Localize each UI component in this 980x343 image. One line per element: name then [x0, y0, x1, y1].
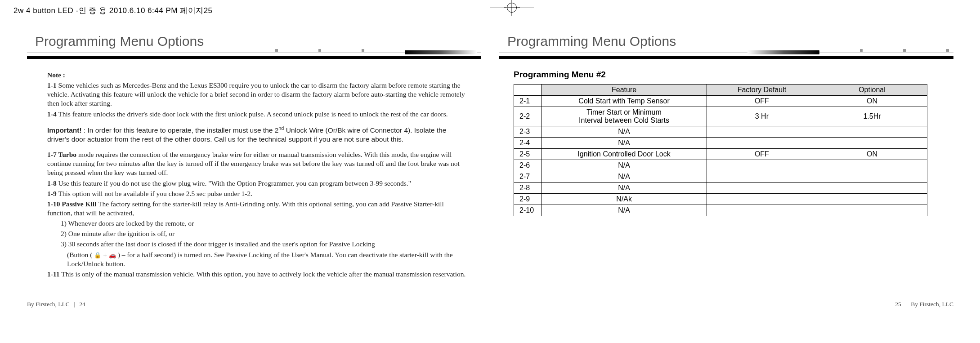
turbo-label: Turbo	[57, 151, 76, 158]
menu-subheading: Programming Menu #2	[514, 70, 953, 80]
car-icon: 🚗	[109, 252, 116, 259]
row-feature: Timer Start or MinimumInterval between C…	[541, 107, 707, 126]
table-row: 2-8N/A	[514, 183, 927, 194]
table-row: 2-3N/A	[514, 126, 927, 138]
row-feature: N/A	[541, 183, 707, 194]
page-footer: 25 | By Firstech, LLC	[895, 301, 953, 308]
text-1-4: This feature unlocks the driver's side d…	[57, 110, 448, 118]
page-content: Note : 1-1 Some vehicles such as Mercede…	[27, 62, 481, 279]
row-optional	[817, 194, 927, 205]
important-text-a: : In order for this feature to operate, …	[82, 126, 279, 134]
row-feature: N/A	[541, 126, 707, 138]
row-feature: N/Ak	[541, 194, 707, 205]
tag-1-4: 1-4	[47, 110, 57, 118]
row-index: 2-9	[514, 194, 541, 205]
important-sup: nd	[278, 125, 284, 131]
row-optional	[817, 160, 927, 171]
note-label: Note :	[47, 71, 65, 79]
row-default	[707, 160, 817, 171]
row-default	[707, 194, 817, 205]
crop-info-text: 2w 4 button LED -인 증 용 2010.6.10 6:44 PM…	[13, 6, 213, 15]
row-optional	[817, 126, 927, 138]
row-feature: N/A	[541, 171, 707, 183]
tag-1-9: 1-9	[47, 190, 57, 197]
row-feature: Cold Start with Temp Sensor	[541, 96, 707, 107]
row-index: 2-8	[514, 183, 541, 194]
row-index: 2-3	[514, 126, 541, 138]
tag-1-11: 1-11	[47, 270, 60, 278]
pk-3b-pre: (Button (	[67, 251, 94, 258]
page-title: Programming Menu Options	[35, 34, 481, 49]
text-1-7: mode requires the connection of the emer…	[47, 151, 460, 176]
table-row: 2-1Cold Start with Temp SensorOFFON	[514, 96, 927, 107]
footer-company: By Firstech, LLC	[911, 301, 953, 307]
row-index: 2-6	[514, 160, 541, 171]
title-rule	[27, 53, 481, 60]
table-row: 2-4N/A	[514, 138, 927, 149]
row-optional: 1.5Hr	[817, 107, 927, 126]
row-default: 3 Hr	[707, 107, 817, 126]
page-title: Programming Menu Options	[507, 34, 953, 49]
page-footer: By Firstech, LLC | 24	[27, 301, 85, 308]
text-1-11: This is only of the manual transmission …	[60, 270, 466, 278]
row-default	[707, 138, 817, 149]
footer-company: By Firstech, LLC	[27, 301, 70, 307]
footer-page-num: 25	[895, 301, 901, 307]
tag-1-10: 1-10	[47, 200, 60, 208]
lock-icon: 🔒	[94, 252, 101, 259]
row-optional: ON	[817, 149, 927, 160]
row-default	[707, 183, 817, 194]
pk-item-3a: 3) 30 seconds after the last door is clo…	[47, 240, 468, 249]
th-default: Factory Default	[707, 85, 817, 96]
title-rule	[499, 53, 953, 60]
row-default	[707, 205, 817, 216]
table-row: 2-5Ignition Controlled Door LockOFFON	[514, 149, 927, 160]
row-optional: ON	[817, 96, 927, 107]
table-row: 2-10N/A	[514, 205, 927, 216]
row-optional	[817, 138, 927, 149]
table-row: 2-6N/A	[514, 160, 927, 171]
pk-item-2: 2) One minute after the ignition is off,…	[47, 229, 468, 238]
passive-kill-label: Passive Kill	[60, 200, 96, 208]
row-default: OFF	[707, 149, 817, 160]
row-index: 2-10	[514, 205, 541, 216]
important-label: Important!	[47, 126, 82, 134]
table-row: 2-7N/A	[514, 171, 927, 183]
row-feature: Ignition Controlled Door Lock	[541, 149, 707, 160]
footer-sep: |	[905, 301, 907, 307]
pk-3b-post: ) – for a half second) is turned on. See…	[67, 251, 453, 267]
tag-1-1: 1-1	[47, 81, 57, 89]
pk-item-1: 1) Whenever doors are locked by the remo…	[47, 219, 468, 228]
text-1-10: The factory setting for the starter-kill…	[47, 200, 444, 217]
row-default	[707, 171, 817, 183]
row-optional	[817, 171, 927, 183]
registration-mark	[490, 3, 534, 13]
row-default: OFF	[707, 96, 817, 107]
row-index: 2-1	[514, 96, 541, 107]
row-default	[707, 126, 817, 138]
programming-menu-table: Feature Factory Default Optional 2-1Cold…	[514, 84, 927, 216]
footer-page-num: 24	[79, 301, 85, 307]
th-optional: Optional	[817, 85, 927, 96]
row-feature: N/A	[541, 138, 707, 149]
tag-1-7: 1-7	[47, 151, 57, 158]
row-optional	[817, 205, 927, 216]
crop-mark-header: 2w 4 button LED -인 증 용 2010.6.10 6:44 PM…	[13, 5, 213, 16]
row-index: 2-5	[514, 149, 541, 160]
row-feature: N/A	[541, 160, 707, 171]
row-index: 2-2	[514, 107, 541, 126]
footer-sep: |	[74, 301, 75, 307]
row-feature: N/A	[541, 205, 707, 216]
tag-1-8: 1-8	[47, 179, 57, 187]
text-1-9: This option will not be available if you…	[57, 190, 252, 197]
row-index: 2-4	[514, 138, 541, 149]
text-1-8: Use this feature if you do not use the g…	[57, 179, 411, 187]
table-row: 2-9N/Ak	[514, 194, 927, 205]
row-index: 2-7	[514, 171, 541, 183]
page-25: Programming Menu Options Programming Men…	[499, 34, 953, 303]
table-row: 2-2Timer Start or MinimumInterval betwee…	[514, 107, 927, 126]
text-1-1: Some vehicles such as Mercedes-Benz and …	[47, 81, 465, 107]
page-24: Programming Menu Options Note : 1-1 Some…	[27, 34, 481, 303]
pk-3b-mid: +	[101, 251, 109, 258]
row-optional	[817, 183, 927, 194]
